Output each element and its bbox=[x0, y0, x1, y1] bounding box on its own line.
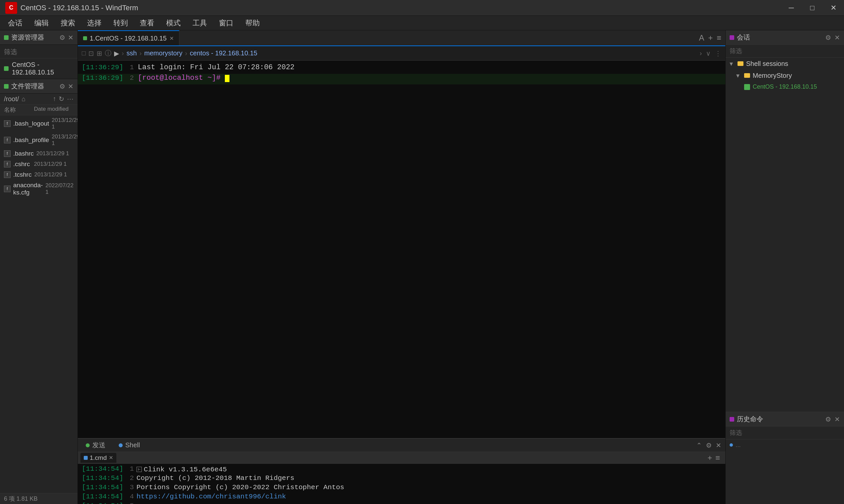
tab-add-icon[interactable]: + bbox=[708, 33, 713, 42]
breadcrumb-chevron-right[interactable]: › bbox=[700, 50, 702, 57]
menu-item-工具[interactable]: 工具 bbox=[187, 16, 212, 30]
left-panel: 资源管理器 ⚙ ✕ CentOS - 192.168.10.15 文件管理器 ⚙ bbox=[0, 30, 78, 504]
menu-item-会话[interactable]: 会话 bbox=[3, 16, 28, 30]
file-date: 2013/12/29 1 bbox=[52, 133, 77, 147]
menu-item-搜索[interactable]: 搜索 bbox=[55, 16, 80, 30]
history-title: 历史命令 bbox=[737, 415, 763, 424]
tab-status-dot bbox=[83, 36, 87, 40]
history-close-icon[interactable]: ✕ bbox=[834, 415, 840, 423]
path-up-icon[interactable]: ↑ bbox=[53, 95, 56, 103]
file-name: .tcshrc bbox=[13, 171, 32, 178]
cmd-tab-close[interactable]: ✕ bbox=[109, 454, 113, 461]
resource-item-label: CentOS - 192.168.10.15 bbox=[12, 61, 73, 76]
tree-arrow-icon: ▾ bbox=[730, 60, 735, 68]
file-icon: f bbox=[4, 150, 11, 157]
file-date: 2013/12/29 1 bbox=[34, 172, 73, 178]
file-row[interactable]: f anaconda-ks.cfg 2022/07/22 1 bbox=[0, 180, 77, 198]
shell-line: [11:34:54] 3 Portions Copyright (c) 2020… bbox=[78, 484, 725, 493]
menu-item-模式[interactable]: 模式 bbox=[161, 16, 186, 30]
bottom-close-icon[interactable]: ✕ bbox=[716, 442, 721, 449]
file-name: .bash_logout bbox=[13, 120, 49, 127]
history-item[interactable]: ... bbox=[726, 439, 844, 451]
sessions-settings-icon[interactable]: ⚙ bbox=[825, 34, 831, 41]
menu-item-查看[interactable]: 查看 bbox=[134, 16, 160, 30]
shell-content: Copyright (c) 2012-2018 Martin Ridgers bbox=[137, 474, 725, 482]
menu-item-选择[interactable]: 选择 bbox=[82, 16, 107, 30]
term-content: [root@localhost ~]# bbox=[138, 74, 725, 82]
minimize-button[interactable]: ─ bbox=[781, 0, 802, 16]
file-row[interactable]: f .bash_logout 2013/12/29 1 bbox=[0, 115, 77, 132]
send-tab[interactable]: 发送 bbox=[82, 439, 109, 451]
terminal-tab-active[interactable]: 1.CentOS - 192.168.10.15 ✕ bbox=[78, 30, 179, 46]
file-row[interactable]: f .bashrc 2013/12/29 1 bbox=[0, 148, 77, 159]
shell-content: Portions Copyright (c) 2020-2022 Christo… bbox=[137, 484, 725, 491]
menu-item-帮助[interactable]: 帮助 bbox=[240, 16, 265, 30]
breadcrumb-copy-icon[interactable]: ⊡ bbox=[88, 50, 94, 57]
shell-line: [11:34:54] 1 ⊢ Clink v1.3.15.6e6e45 bbox=[78, 465, 725, 474]
term-linenum: 1 bbox=[126, 64, 138, 71]
path-text: /root/ bbox=[4, 95, 19, 103]
tab-close-button[interactable]: ✕ bbox=[169, 35, 174, 41]
close-icon[interactable]: ✕ bbox=[68, 34, 73, 41]
tab-menu-icon[interactable]: ≡ bbox=[717, 33, 721, 42]
new-tab-icon[interactable]: + bbox=[707, 453, 712, 463]
maximize-button[interactable]: □ bbox=[802, 0, 823, 16]
path-bar: /root/ ⌂ ↑ ↻ ⋯ bbox=[0, 94, 77, 105]
path-home-icon[interactable]: ⌂ bbox=[22, 95, 26, 103]
clink-link[interactable]: https://github.com/chrisant996/clink bbox=[137, 493, 286, 500]
shell-tab-label: Shell bbox=[125, 442, 140, 449]
path-refresh-icon[interactable]: ↻ bbox=[59, 95, 64, 103]
settings-icon[interactable]: ⚙ bbox=[59, 83, 65, 90]
sessions-close-icon[interactable]: ✕ bbox=[834, 34, 840, 41]
tree-item-label: MemoryStory bbox=[753, 72, 792, 79]
shell-linenum: 1 bbox=[126, 465, 137, 473]
shell-content: https://github.com/chrisant996/clink bbox=[137, 493, 725, 500]
resource-search-input[interactable] bbox=[4, 48, 73, 56]
path-more-icon[interactable]: ⋯ bbox=[67, 95, 73, 103]
sessions-search[interactable]: 筛选 bbox=[726, 45, 844, 58]
tree-item-shell-sessions[interactable]: ▾ Shell sessions bbox=[726, 58, 844, 70]
resource-manager-icon bbox=[4, 35, 8, 40]
file-row[interactable]: f .bash_profile 2013/12/29 1 bbox=[0, 132, 77, 148]
tree-item-memorystory[interactable]: ▾ MemoryStory bbox=[726, 70, 844, 82]
breadcrumb-host: centos - 192.168.10.15 bbox=[190, 50, 257, 57]
breadcrumb-nav-icon: □ bbox=[82, 50, 86, 57]
tree-item-centos[interactable]: CentOS - 192.168.10.15 bbox=[726, 82, 844, 92]
bottom-settings-icon[interactable]: ⚙ bbox=[706, 442, 712, 449]
menu-item-转到[interactable]: 转到 bbox=[108, 16, 133, 30]
menu-item-窗口[interactable]: 窗口 bbox=[214, 16, 239, 30]
resource-search[interactable] bbox=[0, 45, 77, 58]
cmd-tab[interactable]: 1.cmd ✕ bbox=[80, 453, 116, 463]
breadcrumb-chevron-down[interactable]: ∨ bbox=[706, 50, 711, 57]
folder-icon bbox=[737, 61, 743, 66]
close-icon[interactable]: ✕ bbox=[68, 83, 73, 90]
resource-item[interactable]: CentOS - 192.168.10.15 bbox=[0, 58, 77, 79]
term-timestamp: [11:36:29] bbox=[78, 74, 126, 82]
shell-timestamp: [11:34:54] bbox=[78, 474, 126, 482]
menu-item-编辑[interactable]: 编辑 bbox=[29, 16, 54, 30]
tab-font-size-icon[interactable]: A bbox=[699, 33, 704, 42]
settings-icon[interactable]: ⚙ bbox=[59, 34, 65, 41]
tree-item-server-label: CentOS - 192.168.10.15 bbox=[753, 84, 817, 90]
file-row[interactable]: f .tcshrc 2013/12/29 1 bbox=[0, 169, 77, 180]
breadcrumb-run-icon[interactable]: ▶ bbox=[114, 50, 119, 57]
shell-tab[interactable]: Shell bbox=[115, 440, 144, 450]
close-button[interactable]: ✕ bbox=[823, 0, 844, 16]
history-search[interactable]: 筛选 bbox=[726, 427, 844, 439]
file-icon: f bbox=[4, 172, 11, 178]
tab-list-icon[interactable]: ≡ bbox=[715, 453, 720, 463]
bottom-up-icon[interactable]: ⌃ bbox=[696, 442, 702, 449]
breadcrumb-add-icon[interactable]: ⊞ bbox=[96, 50, 102, 57]
file-row[interactable]: f .cshrc 2013/12/29 1 bbox=[0, 159, 77, 169]
file-manager-panel: 文件管理器 ⚙ ✕ /root/ ⌂ ↑ ↻ ⋯ 名称 Date modifie… bbox=[0, 79, 77, 504]
bottom-panel-header: 发送 Shell ⌃ ⚙ ✕ bbox=[78, 439, 725, 452]
send-tab-dot bbox=[86, 443, 90, 447]
window-title: CentOS - 192.168.10.15 - WindTerm bbox=[20, 4, 138, 12]
file-name: .cshrc bbox=[13, 161, 31, 168]
breadcrumb-info-icon[interactable]: ⓘ bbox=[105, 49, 111, 58]
file-icon: f bbox=[4, 185, 11, 192]
breadcrumb-more-icon[interactable]: ⋮ bbox=[715, 50, 721, 57]
terminal-output: [11:36:29] 1 Last login: Fri Jul 22 07:2… bbox=[78, 61, 725, 438]
history-settings-icon[interactable]: ⚙ bbox=[825, 415, 831, 423]
file-name: .bash_profile bbox=[13, 137, 49, 144]
